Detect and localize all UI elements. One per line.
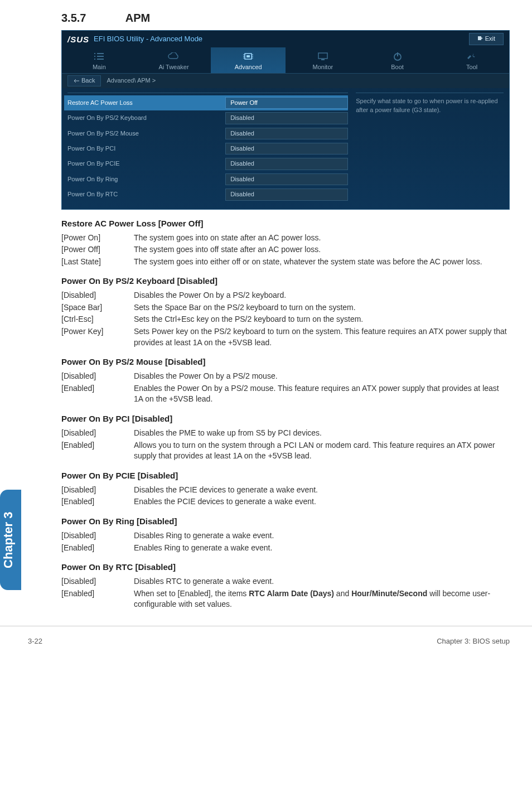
tab-monitor[interactable]: Monitor: [286, 47, 360, 73]
bios-help-pane: Specify what state to go to when power i…: [356, 93, 504, 202]
option-key: [Disabled]: [61, 428, 134, 439]
option-value: The system goes into off state after an …: [134, 244, 510, 255]
tab-boot[interactable]: Boot: [360, 47, 435, 73]
option-row: [Disabled]Disables the Power On by a PS/…: [61, 371, 510, 382]
tab-ai-tweaker[interactable]: Ai Tweaker: [137, 47, 211, 73]
asus-logo: /SUS: [67, 33, 89, 45]
option-value: Enables the Power On by a PS/2 mouse. Th…: [134, 383, 510, 405]
option-key: [Power Key]: [61, 326, 134, 348]
option-row: [Enabled]Enables the Power On by a PS/2 …: [61, 383, 510, 405]
option-value: Disables RTC to generate a wake event.: [134, 576, 510, 587]
tab-label: Ai Tweaker: [137, 63, 211, 71]
bios-settings-list: Restore AC Power Loss Power Off Power On…: [67, 93, 348, 202]
option-row: [Disabled]Disables the PCIE devices to g…: [61, 485, 510, 496]
option-key: [Enabled]: [61, 383, 134, 405]
subheading-ps2-keyboard: Power On By PS/2 Keyboard [Disabled]: [61, 275, 510, 287]
power-icon: [360, 51, 435, 62]
chapter-side-tab: Chapter 3: [0, 490, 21, 590]
setting-label: Restore AC Power Loss: [67, 99, 225, 107]
option-row: [Enabled]Enables Ring to generate a wake…: [61, 543, 510, 554]
page-footer: 3-22 Chapter 3: BIOS setup: [0, 626, 532, 646]
tab-label: Tool: [434, 63, 509, 71]
back-button[interactable]: Back: [67, 75, 101, 86]
exit-icon: [477, 36, 483, 42]
option-row: [Disabled]Disables Ring to generate a wa…: [61, 530, 510, 542]
setting-power-on-ps2-keyboard[interactable]: Power On By PS/2 Keyboard Disabled: [67, 110, 348, 125]
cloud-icon: [137, 51, 211, 62]
setting-label: Power On By PCI: [67, 144, 225, 153]
list-icon: [62, 51, 137, 62]
setting-value[interactable]: Disabled: [225, 128, 348, 139]
rtc-enabled-b2: Hour/Minute/Second: [351, 589, 427, 598]
tab-label: Monitor: [286, 63, 360, 71]
option-key: [Power On]: [61, 233, 134, 244]
option-value: Disables the PME to wake up from S5 by P…: [134, 428, 510, 439]
monitor-icon: [286, 51, 360, 62]
option-key: [Disabled]: [61, 576, 134, 587]
option-row: [Ctrl-Esc]Sets the Ctrl+Esc key on the P…: [61, 314, 510, 325]
option-value: Disables the Power On by a PS/2 mouse.: [134, 371, 510, 382]
option-value: The system goes into either off or on st…: [134, 257, 510, 268]
footer-page-number: 3-22: [28, 636, 42, 646]
option-key: [Last State]: [61, 257, 134, 268]
setting-value[interactable]: Disabled: [225, 112, 348, 124]
setting-power-on-ps2-mouse[interactable]: Power On By PS/2 Mouse Disabled: [67, 126, 348, 141]
option-row: [Space Bar]Sets the Space Bar on the PS/…: [61, 302, 510, 313]
option-value: Sets Power key on the PS/2 keyboard to t…: [134, 326, 510, 348]
tab-label: Advanced: [211, 63, 286, 71]
tool-icon: [434, 51, 509, 62]
footer-chapter-title: Chapter 3: BIOS setup: [437, 636, 510, 646]
setting-label: Power On By Ring: [67, 175, 225, 183]
option-row: [Disabled]Disables the Power On by a PS/…: [61, 290, 510, 301]
setting-power-on-ring[interactable]: Power On By Ring Disabled: [67, 172, 348, 187]
subheading-ps2-mouse: Power On By PS/2 Mouse [Disabled]: [61, 356, 510, 368]
setting-value[interactable]: Disabled: [225, 158, 348, 170]
option-value: Sets the Ctrl+Esc key on the PS/2 keyboa…: [134, 314, 510, 325]
option-key: [Disabled]: [61, 485, 134, 496]
subheading-ring: Power On By Ring [Disabled]: [61, 515, 510, 527]
tab-tool[interactable]: Tool: [434, 47, 509, 73]
subheading-rtc: Power On By RTC [Disabled]: [61, 561, 510, 573]
option-key: [Disabled]: [61, 371, 134, 382]
heading-number: 3.5.7: [61, 10, 123, 26]
setting-value[interactable]: Disabled: [225, 173, 348, 185]
svg-rect-1: [246, 55, 250, 57]
breadcrumb-row: Back Advanced\ APM >: [62, 74, 509, 88]
option-row: [Power Key]Sets Power key on the PS/2 ke…: [61, 326, 510, 348]
rtc-enabled-mid: and: [334, 589, 351, 598]
chip-icon: [211, 51, 286, 62]
tab-main[interactable]: Main: [62, 47, 137, 73]
exit-button[interactable]: Exit: [469, 33, 504, 45]
option-row: [Power On]The system goes into on state …: [61, 233, 510, 244]
rtc-enabled-b1: RTC Alarm Date (Days): [249, 589, 334, 598]
setting-power-on-pcie[interactable]: Power On By PCIE Disabled: [67, 156, 348, 171]
option-key: [Enabled]: [61, 543, 134, 554]
option-value: Disables the Power On by a PS/2 keyboard…: [134, 290, 510, 301]
setting-power-on-pci[interactable]: Power On By PCI Disabled: [67, 141, 348, 156]
option-key: [Disabled]: [61, 530, 134, 542]
subheading-restore-ac: Restore AC Power Loss [Power Off]: [61, 218, 510, 229]
option-value: Sets the Space Bar on the PS/2 keyboard …: [134, 302, 510, 313]
option-value: Disables Ring to generate a wake event.: [134, 530, 510, 542]
option-row: [Last State]The system goes into either …: [61, 257, 510, 268]
setting-label: Power On By PCIE: [67, 160, 225, 168]
setting-value[interactable]: Disabled: [225, 189, 348, 200]
setting-value[interactable]: Disabled: [225, 143, 348, 154]
option-key: [Enabled]: [61, 440, 134, 462]
bios-tabs: Main Ai Tweaker Advanced Monitor Boot To…: [62, 47, 509, 74]
option-row: [Power Off]The system goes into off stat…: [61, 244, 510, 255]
back-arrow-icon: [74, 79, 79, 83]
setting-restore-ac-power-loss[interactable]: Restore AC Power Loss Power Off: [64, 95, 348, 110]
option-value: The system goes into on state after an A…: [134, 233, 510, 244]
subheading-pci: Power On By PCI [Disabled]: [61, 413, 510, 424]
option-row: [Disabled]Disables RTC to generate a wak…: [61, 576, 510, 587]
setting-value[interactable]: Power Off: [225, 97, 348, 109]
setting-label: Power On By PS/2 Keyboard: [67, 114, 225, 122]
bios-header: /SUS EFI BIOS Utility - Advanced Mode Ex…: [62, 31, 509, 47]
setting-label: Power On By PS/2 Mouse: [67, 129, 225, 138]
option-key: [Space Bar]: [61, 302, 134, 313]
option-key: [Disabled]: [61, 290, 134, 301]
setting-power-on-rtc[interactable]: Power On By RTC Disabled: [67, 187, 348, 202]
option-row: [Enabled] When set to [Enabled], the ite…: [61, 588, 510, 610]
tab-advanced[interactable]: Advanced: [211, 47, 286, 73]
